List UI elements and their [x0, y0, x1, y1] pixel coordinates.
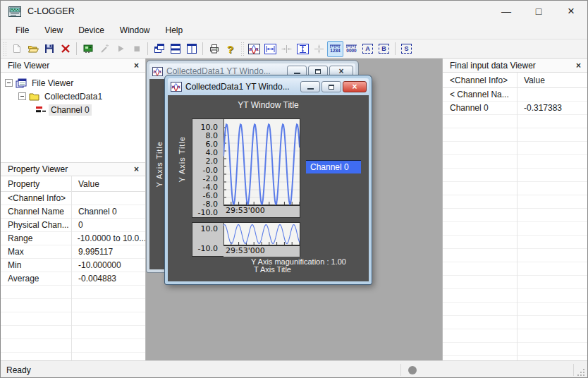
column-header-property[interactable]: Property	[1, 179, 71, 189]
wand-icon	[99, 43, 110, 54]
digital-values-button[interactable]: 1234	[327, 41, 343, 57]
final-row	[443, 115, 587, 128]
shrink-horizontal-icon	[281, 44, 293, 54]
final-row	[443, 289, 587, 303]
snapshot-button[interactable]: S	[398, 41, 415, 57]
y-tick-label: -6.0	[191, 192, 218, 200]
final-row[interactable]: < Channel Na...	[443, 88, 587, 102]
tree-item-file-viewer[interactable]: File Viewer	[1, 76, 145, 90]
mdi-area[interactable]: CollectedData1 YT Windo... × Y Axis Titl…	[146, 59, 442, 360]
column-header-channel-info[interactable]: <Channel Info>	[443, 75, 517, 85]
ruler-0000-icon: 0000	[346, 44, 357, 53]
expand-horizontal-icon	[264, 44, 276, 54]
y-tick-label: -8.0	[191, 200, 218, 208]
final-viewer-close-icon[interactable]: ×	[574, 61, 583, 71]
main-area: File Viewer × File Viewer CollectedDat	[1, 59, 587, 360]
tree-item-channel-0[interactable]: Channel 0	[1, 103, 145, 116]
start-button[interactable]	[112, 41, 128, 57]
child-minimize-button[interactable]	[300, 81, 320, 92]
main-plot-area[interactable]	[223, 119, 300, 205]
property-row[interactable]: Min-10.000000	[1, 259, 145, 272]
menu-view[interactable]: View	[37, 23, 71, 37]
yt-window-titlebar[interactable]: CollectedData1 YT Windo... ×	[168, 78, 369, 95]
menu-window[interactable]: Window	[112, 23, 158, 37]
toolbar-grip[interactable]	[3, 42, 6, 56]
yt-window-inactive-title: CollectedData1 YT Windo...	[166, 66, 286, 76]
tile-horizontal-button[interactable]	[167, 41, 183, 57]
toolbar-grip-2[interactable]	[240, 42, 244, 56]
final-row	[443, 142, 587, 155]
cursor-b-button[interactable]: B	[376, 41, 392, 57]
maximize-button[interactable]: □	[522, 1, 555, 22]
property-viewer-close-icon[interactable]: ×	[132, 164, 141, 174]
menu-device[interactable]: Device	[71, 23, 112, 37]
final-row[interactable]: Channel 0-0.317383	[443, 102, 587, 115]
titlebar[interactable]: C-LOGGER — □ ×	[1, 1, 587, 22]
property-row	[1, 286, 145, 299]
child-close-button[interactable]: ×	[343, 81, 367, 92]
child-restore-button[interactable]	[321, 81, 341, 92]
collapse-icon[interactable]	[5, 79, 13, 87]
y-axis-title: Y Axis Title	[178, 136, 186, 183]
property-row[interactable]: Average-0.004883	[1, 272, 145, 286]
status-indicator	[408, 366, 417, 374]
property-row[interactable]: Physical Chan...0	[1, 219, 145, 232]
tile-vertical-button[interactable]	[183, 41, 200, 57]
waveform-view-button[interactable]	[246, 41, 262, 57]
file-viewer-close-icon[interactable]: ×	[132, 61, 141, 71]
device-button[interactable]	[80, 41, 96, 57]
chart-title: YT Window Title	[168, 100, 369, 110]
final-row	[443, 276, 587, 289]
tree-item-collecteddata1[interactable]: CollectedData1	[1, 90, 145, 103]
new-file-button[interactable]	[8, 41, 25, 57]
final-row	[443, 329, 587, 343]
shrink-vertical-icon	[313, 44, 325, 54]
final-row	[443, 209, 587, 222]
print-button[interactable]	[206, 41, 222, 57]
save-button[interactable]	[41, 41, 57, 57]
yt-window-active[interactable]: CollectedData1 YT Windo... × YT Window T…	[165, 75, 372, 284]
property-row[interactable]: <Channel Info>	[1, 192, 145, 205]
menu-file[interactable]: File	[8, 23, 37, 37]
cursor-a-button[interactable]: A	[360, 41, 376, 57]
property-row[interactable]: Channel NameChannel 0	[1, 205, 145, 219]
expand-vertical-button[interactable]	[295, 41, 311, 57]
binary-values-button[interactable]: 0000	[343, 41, 360, 57]
y-tick-label: 8.0	[191, 132, 218, 140]
tile-horizontal-icon	[170, 43, 181, 54]
legend-channel-0[interactable]: Channel 0	[306, 160, 361, 173]
file-tree: File Viewer CollectedData1 Channel 0	[1, 73, 145, 162]
menu-help[interactable]: Help	[158, 23, 191, 37]
final-row	[443, 155, 587, 169]
y-tick-label: 4.0	[191, 149, 218, 157]
column-header-value[interactable]: Value	[517, 75, 545, 85]
property-row	[1, 353, 145, 360]
save-icon	[44, 43, 55, 54]
window-title: C-LOGGER	[27, 6, 75, 16]
cursor-a-icon: A	[362, 44, 373, 54]
yt-window-content: YT Window Title Y Axis Title 10.08.06.04…	[168, 95, 369, 281]
help-button[interactable]: ?	[222, 41, 238, 57]
close-button[interactable]: ×	[555, 1, 587, 22]
column-header-value[interactable]: Value	[71, 179, 99, 189]
stop-button[interactable]	[128, 41, 145, 57]
property-table: Property Value <Channel Info>Channel Nam…	[1, 176, 145, 360]
cascade-windows-button[interactable]	[151, 41, 167, 57]
shrink-vertical-button[interactable]	[311, 41, 327, 57]
open-file-button[interactable]	[25, 41, 41, 57]
property-row[interactable]: Max9.995117	[1, 245, 145, 259]
shrink-horizontal-button[interactable]	[278, 41, 295, 57]
overview-plot-area[interactable]	[223, 223, 300, 245]
menubar: File View Device Window Help	[1, 22, 587, 39]
property-row	[1, 339, 145, 353]
resize-grip[interactable]	[577, 368, 586, 377]
property-table-header: Property Value	[1, 176, 145, 192]
minimize-button[interactable]: —	[490, 1, 522, 22]
delete-button[interactable]	[57, 41, 73, 57]
property-row[interactable]: Range-10.0000 to 10.0...	[1, 232, 145, 245]
final-row	[443, 343, 587, 356]
expand-horizontal-button[interactable]	[262, 41, 278, 57]
wizard-button[interactable]	[96, 41, 112, 57]
final-row	[443, 316, 587, 329]
collapse-icon[interactable]	[18, 92, 26, 100]
